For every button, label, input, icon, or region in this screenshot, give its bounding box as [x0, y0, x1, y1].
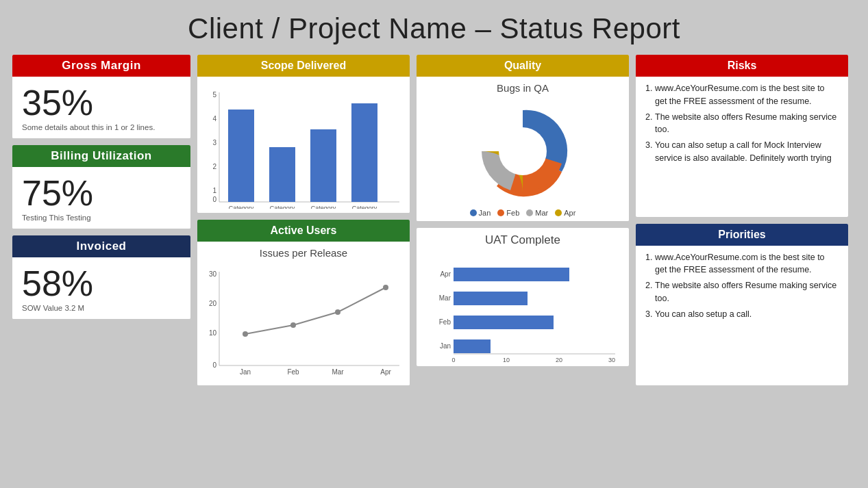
svg-text:30: 30: [608, 357, 615, 362]
uat-chart: Apr Mar Feb Jan 0 10 20 30: [423, 253, 622, 362]
svg-text:Category: Category: [352, 205, 377, 209]
legend-apr-dot: [555, 209, 562, 216]
legend-mar-dot: [526, 209, 533, 216]
svg-point-28: [335, 309, 340, 315]
svg-rect-46: [454, 316, 554, 329]
billing-value: 75%: [22, 175, 181, 211]
legend-apr: Apr: [555, 209, 575, 217]
quality-card: Quality Bugs in QA: [417, 55, 629, 221]
svg-point-34: [499, 127, 547, 175]
svg-point-29: [383, 285, 388, 290]
legend-mar: Mar: [526, 209, 548, 217]
risks-item-1: www.AceYourResume.com is the best site t…: [655, 82, 839, 108]
priorities-header: Priorities: [636, 224, 848, 246]
bugs-qa-title: Bugs in QA: [423, 82, 622, 94]
svg-text:Apr: Apr: [380, 368, 391, 376]
svg-text:Mar: Mar: [332, 368, 344, 376]
active-users-chart-title: Issues per Release: [204, 247, 403, 259]
svg-text:Feb: Feb: [439, 318, 451, 326]
risks-item-3: You can also setup a call for Mock Inter…: [655, 139, 839, 165]
svg-rect-44: [454, 268, 569, 281]
invoiced-desc: SOW Value 3.2 M: [22, 304, 181, 312]
active-users-header: Active Users: [197, 220, 410, 242]
scope-chart: 5 4 3 2 1 0: [204, 82, 403, 209]
legend-jan-label: Jan: [479, 209, 491, 217]
invoiced-header: Invoiced: [12, 235, 190, 257]
gross-margin-card: Gross Margin 35% Some details about this…: [12, 55, 190, 138]
invoiced-card: Invoiced 58% SOW Value 3.2 M: [12, 235, 190, 319]
svg-rect-45: [454, 292, 528, 305]
risks-list: www.AceYourResume.com is the best site t…: [643, 82, 839, 165]
legend-apr-label: Apr: [564, 209, 575, 217]
legend-feb-dot: [497, 209, 504, 216]
invoiced-value: 58%: [22, 266, 181, 301]
svg-text:Feb: Feb: [287, 368, 299, 376]
gross-margin-desc: Some details about this in 1 or 2 lines.: [22, 123, 181, 131]
legend-feb: Feb: [497, 209, 519, 217]
priorities-card: Priorities www.AceYourResume.com is the …: [636, 224, 848, 386]
active-users-chart: 30 20 10 0: [204, 261, 403, 381]
svg-text:Category: Category: [311, 205, 336, 209]
svg-text:0: 0: [212, 361, 216, 369]
mid-column-1: Scope Delivered 5 4 3 2 1 0: [197, 55, 410, 385]
priorities-item-3: You can also setup a call.: [655, 308, 839, 321]
active-users-body: Issues per Release 30 20 10 0: [197, 242, 410, 385]
gross-margin-value: 35%: [22, 85, 181, 120]
svg-text:Apr: Apr: [440, 270, 451, 278]
uat-title: UAT Complete: [423, 233, 622, 247]
svg-text:Category: Category: [229, 205, 254, 209]
svg-rect-47: [454, 339, 491, 353]
left-column: Gross Margin 35% Some details about this…: [12, 55, 190, 385]
svg-rect-10: [310, 129, 336, 202]
svg-text:10: 10: [209, 329, 217, 337]
svg-point-26: [243, 331, 248, 337]
svg-text:0: 0: [212, 196, 216, 203]
billing-desc: Testing This Testing: [22, 214, 181, 222]
priorities-list: www.AceYourResume.com is the best site t…: [643, 251, 839, 321]
invoiced-body: 58% SOW Value 3.2 M: [12, 257, 190, 319]
priorities-body: www.AceYourResume.com is the best site t…: [636, 246, 848, 329]
risks-card: Risks www.AceYourResume.com is the best …: [636, 55, 848, 217]
legend-jan-dot: [470, 209, 477, 216]
svg-text:3: 3: [212, 139, 216, 146]
priorities-item-1: www.AceYourResume.com is the best site t…: [655, 251, 839, 277]
scope-delivered-body: 5 4 3 2 1 0: [197, 77, 410, 213]
scope-delivered-card: Scope Delivered 5 4 3 2 1 0: [197, 55, 410, 213]
risks-body: www.AceYourResume.com is the best site t…: [636, 77, 848, 173]
svg-text:2: 2: [212, 163, 216, 170]
dashboard-grid: Gross Margin 35% Some details about this…: [12, 55, 856, 385]
svg-text:Jan: Jan: [440, 342, 451, 350]
risks-header: Risks: [636, 55, 848, 77]
svg-rect-9: [269, 147, 295, 202]
svg-text:20: 20: [556, 357, 562, 362]
svg-text:30: 30: [209, 270, 217, 278]
svg-text:5: 5: [212, 91, 216, 99]
legend-mar-label: Mar: [535, 209, 548, 217]
quality-donut-chart: [423, 97, 622, 206]
svg-text:20: 20: [209, 300, 217, 307]
quality-body: Bugs in QA: [417, 77, 629, 221]
priorities-item-2: The website also offers Resume making se…: [655, 279, 839, 305]
gross-margin-body: 35% Some details about this in 1 or 2 li…: [12, 77, 190, 138]
svg-text:Jan: Jan: [240, 368, 251, 376]
svg-rect-11: [351, 103, 377, 202]
uat-card: UAT Complete Apr Mar Feb Jan 0: [417, 228, 629, 366]
gross-margin-header: Gross Margin: [12, 55, 190, 77]
svg-text:0: 0: [451, 357, 455, 362]
svg-text:1: 1: [212, 187, 216, 194]
billing-header: Billing Utilization: [12, 145, 190, 167]
svg-text:Mar: Mar: [439, 294, 451, 302]
svg-text:4: 4: [212, 115, 216, 123]
svg-text:Category: Category: [270, 205, 295, 209]
legend-jan: Jan: [470, 209, 491, 217]
svg-rect-8: [228, 110, 254, 202]
risks-item-2: The website also offers Resume making se…: [655, 111, 839, 137]
uat-body: UAT Complete Apr Mar Feb Jan 0: [417, 228, 629, 366]
legend-feb-label: Feb: [506, 209, 519, 217]
active-users-card: Active Users Issues per Release 30 20 10…: [197, 220, 410, 385]
svg-text:10: 10: [503, 357, 510, 362]
page-title: Client / Project Name – Status Report: [12, 7, 856, 45]
billing-body: 75% Testing This Testing: [12, 167, 190, 229]
scope-delivered-header: Scope Delivered: [197, 55, 410, 77]
billing-card: Billing Utilization 75% Testing This Tes…: [12, 145, 190, 229]
